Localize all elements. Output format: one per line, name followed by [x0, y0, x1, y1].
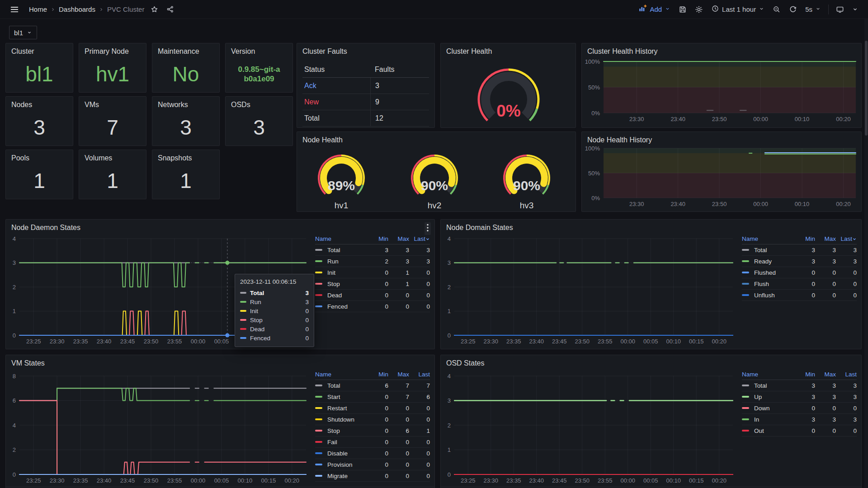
y-axis-label: 2	[448, 284, 451, 291]
legend-value-last: 3	[409, 258, 430, 265]
favorite-star-button[interactable]	[147, 3, 162, 16]
legend-series-toggle[interactable]: Stop	[315, 427, 368, 434]
legend-series-toggle[interactable]: Start	[315, 394, 368, 400]
add-panel-button[interactable]: Add	[634, 2, 674, 17]
scrollbar-thumb[interactable]	[865, 41, 868, 136]
variable-cluster-select[interactable]: bl1	[9, 26, 37, 39]
menu-open-button[interactable]	[6, 2, 23, 17]
breadcrumb-home[interactable]: Home	[27, 5, 49, 13]
chart-node-health-history[interactable]: 0%50%100%23:3023:4023:5000:0000:1000:20	[582, 132, 861, 211]
legend-col-last[interactable]: Last	[836, 235, 857, 242]
legend-col-name[interactable]: Name	[742, 371, 794, 378]
gear-icon	[694, 5, 703, 14]
legend-col-max[interactable]: Max	[388, 235, 409, 242]
legend-series-toggle[interactable]: Flushed	[742, 269, 794, 276]
legend-series-toggle[interactable]: Stop	[315, 281, 368, 287]
legend-col-last[interactable]: Last	[409, 235, 430, 242]
legend-series-toggle[interactable]: Total	[742, 247, 794, 253]
panel-title: Pools	[6, 150, 73, 162]
legend-col-name[interactable]: Name	[315, 371, 368, 378]
legend-value-max: 7	[388, 382, 409, 389]
faults-status-cell[interactable]: Ack	[302, 82, 370, 90]
x-axis-label: 23:50	[144, 338, 159, 345]
legend-series-toggle[interactable]: Migrate	[315, 473, 368, 479]
legend-series-toggle[interactable]: In	[742, 416, 794, 423]
legend-series-toggle[interactable]: Ready	[742, 258, 794, 265]
save-dashboard-button[interactable]	[675, 3, 690, 16]
legend-col-max[interactable]: Max	[815, 371, 836, 378]
gauge-value: 90%	[513, 178, 540, 193]
faults-status-cell[interactable]: New	[302, 98, 370, 106]
y-axis-label: 2	[448, 422, 451, 429]
chevron-right-icon	[50, 6, 56, 13]
legend-col-min[interactable]: Min	[794, 235, 815, 242]
legend-col-last[interactable]: Last	[836, 371, 857, 378]
refresh-button[interactable]	[785, 3, 801, 16]
time-range-picker[interactable]: Last 1 hour	[708, 2, 768, 16]
legend-series-toggle[interactable]: Total	[315, 382, 368, 389]
series-color-swatch	[315, 272, 322, 273]
faults-col-faults[interactable]: Faults	[370, 61, 429, 77]
legend-value-min: 0	[794, 281, 815, 287]
faults-status-cell[interactable]: Total	[302, 114, 370, 122]
refresh-interval-select[interactable]: 5s	[802, 3, 825, 15]
legend-series-toggle[interactable]: Shutdown	[315, 416, 368, 423]
panel-title: OSDs	[226, 97, 292, 109]
legend-value-max: 3	[815, 247, 836, 253]
legend-series-toggle[interactable]: Init	[315, 269, 368, 276]
nav-more-button[interactable]	[849, 4, 862, 15]
legend-col-min[interactable]: Min	[368, 235, 388, 242]
legend-series-toggle[interactable]: Flush	[742, 281, 794, 287]
breadcrumb-dashboards[interactable]: Dashboards	[57, 5, 97, 13]
dashboard-settings-button[interactable]	[691, 3, 707, 16]
legend-value-max: 0	[815, 405, 836, 412]
legend-series-toggle[interactable]: Restart	[315, 405, 368, 412]
faults-col-status[interactable]: Status	[302, 66, 370, 74]
legend-value-max: 3	[815, 258, 836, 265]
x-axis-label: 23:55	[167, 477, 182, 484]
x-axis-label: 23:40	[529, 477, 544, 484]
legend-series-toggle[interactable]: Dead	[315, 292, 368, 299]
legend-col-name[interactable]: Name	[315, 235, 368, 242]
chart-cluster-health-history[interactable]: 0%50%100%23:3023:4023:5000:0000:1000:20	[582, 43, 861, 127]
legend-col-max[interactable]: Max	[815, 235, 836, 242]
legend-col-max[interactable]: Max	[388, 371, 409, 378]
panel-menu-button[interactable]	[425, 222, 431, 235]
legend-series-toggle[interactable]: Disable	[315, 450, 368, 457]
share-button[interactable]	[163, 3, 178, 16]
legend-col-last[interactable]: Last	[409, 371, 430, 378]
legend-series-toggle[interactable]: Down	[742, 405, 794, 412]
legend-series-toggle[interactable]: Unflush	[742, 292, 794, 299]
x-axis-label: 00:20	[712, 477, 726, 484]
y-axis-label: 4	[13, 422, 16, 429]
zoom-out-time-button[interactable]	[769, 3, 784, 16]
legend-series-toggle[interactable]: Total	[742, 382, 794, 389]
legend-series-toggle[interactable]: Provision	[315, 461, 368, 468]
x-axis-label: 23:25	[461, 338, 476, 345]
tv-mode-button[interactable]	[832, 3, 848, 16]
legend-value-last: 0	[409, 269, 430, 276]
legend-series-toggle[interactable]: Total	[315, 247, 368, 253]
legend-header-row: NameMinMaxLast	[315, 233, 430, 244]
series-color-swatch	[315, 283, 322, 285]
series-color-swatch	[315, 260, 322, 262]
scrollbar-track[interactable]	[864, 19, 868, 488]
legend-col-min[interactable]: Min	[794, 371, 815, 378]
panel-stat-maintenance: MaintenanceNo	[152, 43, 220, 93]
legend-series-toggle[interactable]: Up	[742, 394, 794, 400]
legend-series-toggle[interactable]: Fail	[315, 439, 368, 446]
legend-series-toggle[interactable]: Fenced	[315, 303, 368, 310]
legend-value-max: 3	[388, 247, 409, 253]
legend-col-name[interactable]: Name	[742, 235, 794, 242]
x-axis-label: 23:50	[712, 201, 727, 207]
legend-row-fail: Fail000	[315, 436, 430, 448]
x-axis-label: 23:35	[506, 477, 521, 484]
y-axis-label: 0	[13, 332, 16, 339]
legend-value-last: 1	[409, 427, 430, 434]
legend-series-toggle[interactable]: Out	[742, 427, 794, 434]
x-axis-label: 23:25	[461, 477, 476, 484]
legend-series-toggle[interactable]: Run	[315, 258, 368, 265]
series-color-swatch	[742, 272, 749, 273]
x-axis-label: 00:15	[261, 477, 276, 484]
legend-col-min[interactable]: Min	[368, 371, 388, 378]
